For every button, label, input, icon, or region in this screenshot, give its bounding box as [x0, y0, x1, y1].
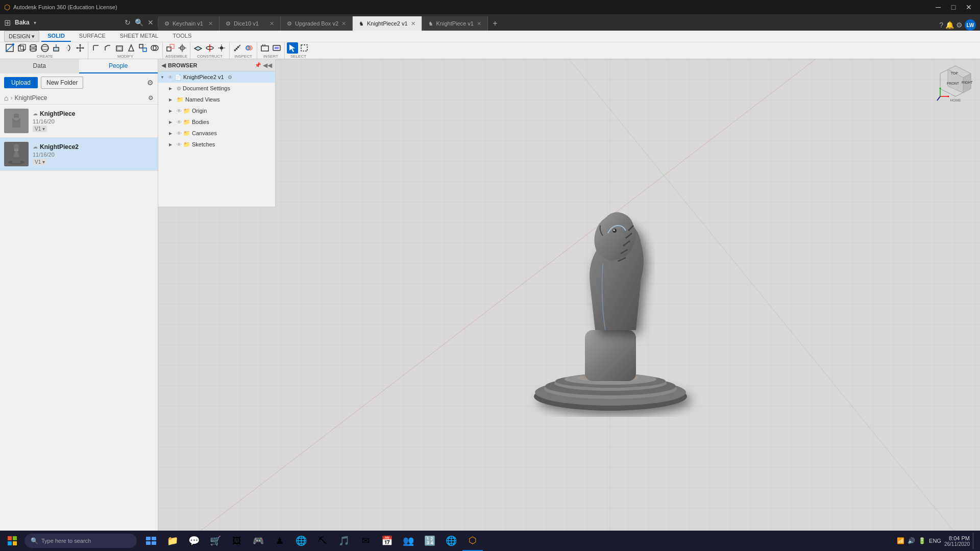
- browser-pin-icon[interactable]: 📌: [255, 62, 261, 68]
- taskbar-store[interactable]: 🛒: [205, 531, 226, 551]
- volume-icon[interactable]: 🔊: [908, 537, 915, 544]
- tab-data[interactable]: Data: [0, 59, 79, 73]
- file-item-knightpiece[interactable]: ☁ KnightPiece 11/16/20 V1 ▾: [0, 105, 158, 138]
- close-button[interactable]: ✕: [962, 0, 976, 14]
- home-icon[interactable]: ⌂: [4, 94, 8, 102]
- close-panel-icon[interactable]: ✕: [148, 18, 154, 27]
- browser-item-canvases[interactable]: ▶ 👁 📁 Canvases: [158, 128, 275, 139]
- browser-item-named-views[interactable]: ▶ 📁 Named Views: [158, 94, 275, 105]
- maximize-button[interactable]: □: [946, 0, 961, 14]
- taskbar-spotify[interactable]: 🎵: [334, 531, 354, 551]
- notification-icon[interactable]: 🔔: [945, 21, 954, 29]
- browser-item-document-settings[interactable]: ▶ ⚙ Document Settings: [158, 83, 275, 94]
- insert-canvas-icon[interactable]: [271, 42, 282, 54]
- help-icon[interactable]: ?: [939, 21, 943, 29]
- create-extrude-icon[interactable]: [51, 42, 62, 54]
- search-icon[interactable]: 🔍: [135, 18, 143, 27]
- settings-icon[interactable]: ⚙: [956, 21, 963, 29]
- tab-upgradedbox[interactable]: ⚙ Upgraded Box v2 ✕: [281, 16, 353, 31]
- taskbar-skype[interactable]: 💬: [184, 531, 204, 551]
- taskbar-task-view[interactable]: [141, 531, 161, 551]
- inspect-measure-icon[interactable]: [232, 42, 243, 54]
- create-box-icon[interactable]: [16, 42, 27, 54]
- lang-label[interactable]: ENG: [929, 538, 941, 544]
- taskbar-steam[interactable]: ♟: [270, 531, 290, 551]
- design-dropdown[interactable]: DESIGN ▾: [4, 31, 39, 42]
- construct-plane-icon[interactable]: [192, 42, 204, 54]
- tab-knightpiece2[interactable]: ♞ KnightPiece2 v1 ✕: [353, 16, 422, 31]
- assemble-joint-icon[interactable]: [177, 42, 188, 54]
- clock[interactable]: 8:04 PM 26/11/2020: [944, 535, 970, 547]
- bodies-eye-icon[interactable]: 👁: [177, 119, 182, 125]
- modify-shell-icon[interactable]: [114, 42, 125, 54]
- create-move-icon[interactable]: [75, 42, 86, 54]
- panel-settings-icon[interactable]: ⚙: [147, 79, 154, 87]
- battery-icon[interactable]: 🔋: [918, 537, 926, 544]
- new-folder-button[interactable]: New Folder: [41, 77, 83, 89]
- workspace-name[interactable]: Baka: [15, 19, 30, 26]
- modify-combine-icon[interactable]: [149, 42, 160, 54]
- construct-axis-icon[interactable]: [204, 42, 215, 54]
- assemble-newcomp-icon[interactable]: [165, 42, 176, 54]
- browser-item-origin[interactable]: ▶ 👁 📁 Origin: [158, 105, 275, 116]
- workspace-chevron[interactable]: ▾: [34, 20, 36, 26]
- browser-root[interactable]: ▼ 👁 📄 KnightPiece2 v1 ⚙: [158, 71, 275, 83]
- taskbar-teams[interactable]: 👥: [398, 531, 419, 551]
- taskbar-edge[interactable]: 🌐: [441, 531, 461, 551]
- create-sketch-icon[interactable]: [4, 42, 15, 54]
- select-cursor-icon[interactable]: [287, 42, 298, 54]
- browser-item-sketches[interactable]: ▶ 👁 📁 Sketches: [158, 139, 275, 150]
- browser-toggle[interactable]: ◀: [161, 62, 166, 69]
- modify-scale-icon[interactable]: [137, 42, 149, 54]
- tab-close-upgradedbox[interactable]: ✕: [341, 20, 346, 27]
- tab-people[interactable]: People: [79, 59, 158, 73]
- canvases-eye-icon[interactable]: 👁: [177, 131, 182, 136]
- taskbar-chrome[interactable]: 🌐: [291, 531, 311, 551]
- taskbar-outlook[interactable]: ✉: [355, 531, 376, 551]
- create-cylinder-icon[interactable]: [28, 42, 39, 54]
- tab-dice10[interactable]: ⚙ Dice10 v1 ✕: [219, 16, 281, 31]
- file-version-knightpiece2[interactable]: V1 ▾: [33, 159, 47, 165]
- insert-decal-icon[interactable]: [259, 42, 271, 54]
- toolbar-tab-tools[interactable]: TOOLS: [166, 31, 198, 42]
- tab-close-knightpiece1[interactable]: ✕: [477, 20, 481, 27]
- view-cube[interactable]: TOP RIGHT FRONT HOME: [935, 63, 976, 104]
- viewport[interactable]: ◀ BROWSER 📌 ◀◀ ▼ 👁 📄 KnightPiece2 v1 ⚙ ▶…: [158, 59, 980, 551]
- root-eye-icon[interactable]: 👁: [168, 74, 173, 80]
- browser-item-bodies[interactable]: ▶ 👁 📁 Bodies: [158, 116, 275, 128]
- modify-fillet-icon[interactable]: [90, 42, 102, 54]
- create-revolve-icon[interactable]: [63, 42, 74, 54]
- show-desktop-icon[interactable]: [973, 533, 976, 549]
- browser-collapse-icon[interactable]: ◀◀: [263, 62, 272, 69]
- taskbar-minecraft[interactable]: ⛏: [312, 531, 333, 551]
- origin-eye-icon[interactable]: 👁: [177, 108, 182, 114]
- new-tab-button[interactable]: +: [488, 16, 502, 31]
- toolbar-tab-surface[interactable]: SURFACE: [73, 31, 112, 42]
- tab-keychain[interactable]: ⚙ Keychain v1 ✕: [158, 16, 219, 31]
- taskbar-calc[interactable]: 🔢: [420, 531, 440, 551]
- file-item-knightpiece2[interactable]: ☁ KnightPiece2 11/16/20 V1 ▾: [0, 138, 158, 171]
- tab-close-knightpiece2[interactable]: ✕: [411, 20, 415, 27]
- tab-knightpiece1[interactable]: ♞ KnightPiece v1 ✕: [422, 16, 488, 31]
- refresh-icon[interactable]: ↻: [125, 18, 131, 27]
- modify-draft-icon[interactable]: [126, 42, 137, 54]
- construct-point-icon[interactable]: [216, 42, 227, 54]
- tab-close-keychain[interactable]: ✕: [208, 20, 213, 27]
- taskbar-calendar[interactable]: 📅: [377, 531, 397, 551]
- upload-button[interactable]: Upload: [4, 77, 38, 88]
- select-window-icon[interactable]: [299, 42, 310, 54]
- taskbar-epic[interactable]: 🎮: [248, 531, 268, 551]
- create-sphere-icon[interactable]: [39, 42, 51, 54]
- toolbar-tab-sheetmetal[interactable]: SHEET METAL: [114, 31, 164, 42]
- minimize-button[interactable]: ─: [931, 0, 945, 14]
- taskbar-photos[interactable]: 🖼: [227, 531, 247, 551]
- tab-close-dice10[interactable]: ✕: [270, 20, 274, 27]
- taskbar-fusion[interactable]: ⬡: [462, 531, 483, 551]
- taskbar-search[interactable]: 🔍 Type here to search: [24, 534, 137, 548]
- network-icon[interactable]: 📶: [897, 537, 904, 544]
- breadcrumb-settings-icon[interactable]: ⚙: [148, 94, 154, 102]
- apps-grid-icon[interactable]: ⊞: [4, 18, 11, 28]
- toolbar-tab-solid[interactable]: SOLID: [41, 31, 71, 42]
- file-version-knightpiece[interactable]: V1 ▾: [33, 126, 47, 132]
- root-settings-icon[interactable]: ⚙: [228, 74, 232, 80]
